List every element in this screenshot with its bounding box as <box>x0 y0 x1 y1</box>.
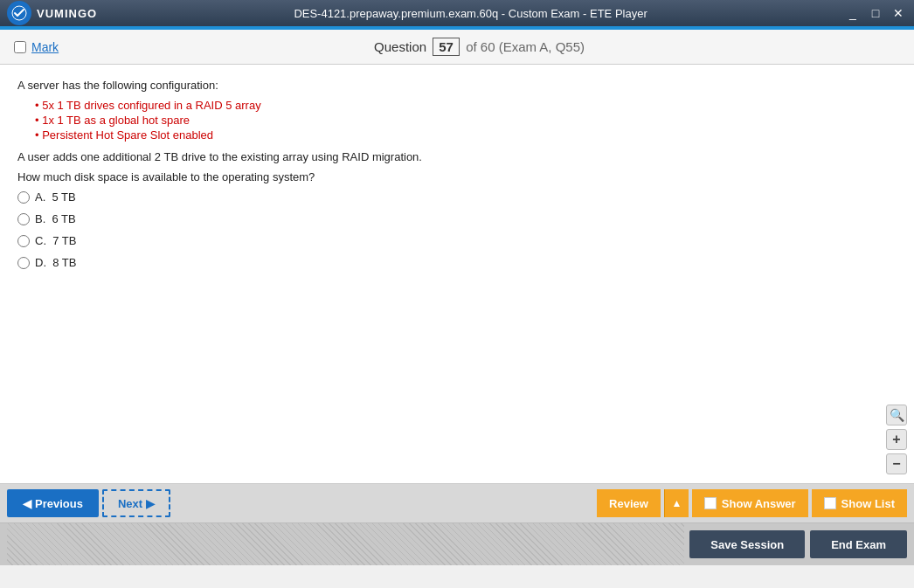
search-icon[interactable]: 🔍 <box>886 405 907 425</box>
question-info: Question 57 of 60 (Exam A, Q55) <box>374 38 585 56</box>
bullet-list: 5x 1 TB drives configured in a RAID 5 ar… <box>35 99 897 142</box>
minimize-button[interactable]: _ <box>844 6 862 20</box>
zoom-out-button[interactable]: − <box>886 453 907 474</box>
previous-label: Previous <box>35 497 83 510</box>
question-label: Question <box>374 39 426 54</box>
action-bar-decoration <box>7 523 684 565</box>
bullet-item: 1x 1 TB as a global hot spare <box>35 114 897 127</box>
option-a: A. 5 TB <box>17 190 897 204</box>
logo-text: VUMINGO <box>37 7 97 20</box>
question-total: of 60 (Exam A, Q55) <box>466 39 585 54</box>
zoom-in-button[interactable]: + <box>886 429 907 450</box>
nav-toolbar: ◀ Previous Next ▶ Review ▲ Show Answer S… <box>0 484 914 523</box>
next-arrow-icon: ▶ <box>146 497 155 510</box>
next-button[interactable]: Next ▶ <box>102 489 170 517</box>
radio-d[interactable] <box>17 257 30 269</box>
radio-c[interactable] <box>17 235 30 247</box>
question-scenario: A user adds one additional 2 TB drive to… <box>17 150 897 163</box>
show-list-label: Show List <box>841 497 895 510</box>
end-exam-button[interactable]: End Exam <box>810 530 907 558</box>
close-button[interactable]: ✕ <box>890 6 907 20</box>
option-b-label: B. 6 TB <box>35 212 76 225</box>
prev-arrow-icon: ◀ <box>23 497 31 510</box>
option-c-label: C. 7 TB <box>35 234 76 247</box>
save-session-button[interactable]: Save Session <box>689 530 805 558</box>
end-exam-label: End Exam <box>831 538 886 551</box>
save-session-label: Save Session <box>710 538 784 551</box>
chevron-up-icon: ▲ <box>671 497 682 509</box>
radio-a[interactable] <box>17 191 30 204</box>
show-list-button[interactable]: Show List <box>812 489 907 517</box>
zoom-controls: 🔍 + − <box>886 405 907 474</box>
mark-container: Mark <box>14 40 59 54</box>
question-text: How much disk space is available to the … <box>17 170 897 183</box>
question-header: Mark Question 57 of 60 (Exam A, Q55) <box>0 30 914 65</box>
option-d: D. 8 TB <box>17 256 897 269</box>
bullet-item: Persistent Hot Spare Slot enabled <box>35 128 897 142</box>
review-dropdown-button[interactable]: ▲ <box>664 489 689 517</box>
restore-button[interactable]: □ <box>867 6 884 20</box>
window-controls: _ □ ✕ <box>844 6 907 20</box>
show-answer-button[interactable]: Show Answer <box>692 489 808 517</box>
mark-checkbox[interactable] <box>14 41 26 53</box>
option-c: C. 7 TB <box>17 234 897 247</box>
option-d-label: D. 8 TB <box>35 256 76 269</box>
logo-icon <box>7 1 31 25</box>
radio-b[interactable] <box>17 213 30 225</box>
question-number: 57 <box>433 38 460 56</box>
app-logo: VUMINGO <box>7 1 97 25</box>
answer-options: A. 5 TB B. 6 TB C. 7 TB D. 8 TB <box>17 190 897 269</box>
next-label: Next <box>118 497 142 510</box>
question-content: A server has the following configuration… <box>0 65 914 484</box>
review-button[interactable]: Review <box>597 489 661 517</box>
show-list-icon <box>824 497 836 509</box>
show-answer-label: Show Answer <box>722 497 796 510</box>
question-intro: A server has the following configuration… <box>17 79 897 92</box>
previous-button[interactable]: ◀ Previous <box>7 489 99 517</box>
mark-label[interactable]: Mark <box>31 40 59 54</box>
option-b: B. 6 TB <box>17 212 897 225</box>
review-label: Review <box>609 497 648 510</box>
action-bar: Save Session End Exam <box>0 523 914 565</box>
window-title: DES-4121.prepaway.premium.exam.60q - Cus… <box>294 7 647 20</box>
bullet-item: 5x 1 TB drives configured in a RAID 5 ar… <box>35 99 897 112</box>
show-answer-icon <box>704 497 717 509</box>
option-a-label: A. 5 TB <box>35 190 76 204</box>
titlebar: VUMINGO DES-4121.prepaway.premium.exam.6… <box>0 0 914 26</box>
